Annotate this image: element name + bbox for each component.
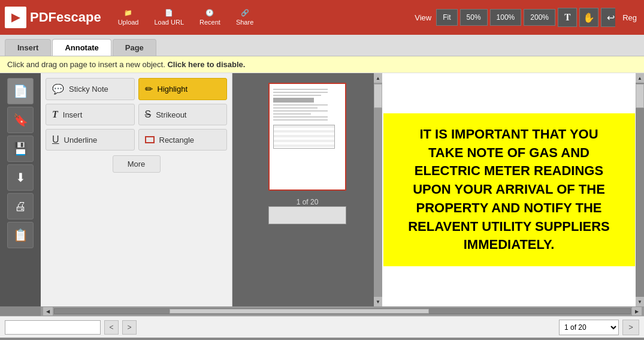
page-panel-scroll[interactable]: 1 of 20: [232, 78, 382, 306]
text-cursor-icon: 𝐓: [564, 12, 571, 23]
share-icon: 🔗: [241, 9, 249, 17]
recent-icon: 🕐: [205, 9, 214, 17]
bookmark-icon: 🔖: [13, 113, 28, 127]
share-label: Share: [236, 19, 253, 26]
sidebar-document-btn[interactable]: 📄: [7, 78, 34, 104]
rectangle-label: Rectangle: [159, 136, 195, 145]
sidebar-save-btn[interactable]: 💾: [7, 136, 34, 162]
tab-insert[interactable]: Insert: [5, 39, 51, 56]
notification-link[interactable]: Click here to disable.: [167, 60, 245, 69]
tab-page[interactable]: Page: [113, 39, 156, 56]
highlighted-text: IT IS IMPORTANT THAT YOU TAKE NOTE OF GA…: [383, 113, 635, 267]
rectangle-icon: [145, 136, 155, 143]
underline-btn[interactable]: U Underline: [46, 129, 135, 151]
scroll-left-arrow[interactable]: ◀: [43, 307, 53, 315]
page-select[interactable]: 1 of 20 2 of 20 3 of 20: [559, 320, 619, 335]
logo-text: PDFescape: [30, 10, 101, 25]
print-icon: 🖨: [14, 200, 26, 213]
footer: < > 1 of 20 2 of 20 3 of 20 >: [0, 316, 644, 338]
content-area-wrapper: IT IS IMPORTANT THAT YOU TAKE NOTE OF GA…: [382, 73, 644, 306]
strikeout-label: Strikeout: [156, 110, 186, 119]
tools-grid: 💬 Sticky Note ✏ Highlight T Insert S Str…: [46, 78, 227, 151]
zoom-50-btn[interactable]: 50%: [460, 9, 488, 26]
content-area: IT IS IMPORTANT THAT YOU TAKE NOTE OF GA…: [382, 73, 636, 306]
document-icon: 📄: [13, 84, 28, 98]
load-url-label: Load URL: [154, 19, 184, 26]
sidebar-bookmark-btn[interactable]: 🔖: [7, 107, 34, 133]
hand-icon: ✋: [583, 12, 595, 23]
page-thumbnail-2[interactable]: [268, 206, 346, 224]
scroll-thumb-horizontal[interactable]: [170, 309, 428, 314]
insert-label: Insert: [63, 110, 83, 119]
pdf-view: IT IS IMPORTANT THAT YOU TAKE NOTE OF GA…: [382, 73, 636, 306]
load-url-icon: 📄: [165, 9, 173, 17]
sticky-note-label: Sticky Note: [69, 85, 108, 94]
highlight-label: Highlight: [158, 85, 188, 94]
underline-label: Underline: [64, 136, 98, 145]
page-panel: 1 of 20 ▲ ▼: [232, 73, 382, 306]
sidebar-pages-btn[interactable]: 📋: [7, 222, 34, 248]
save-icon: 💾: [13, 142, 28, 156]
download-icon: ⬇: [16, 170, 26, 185]
search-input[interactable]: [5, 320, 101, 335]
pages-icon: 📋: [13, 228, 28, 242]
recent-label: Recent: [199, 19, 220, 26]
load-url-tool[interactable]: 📄 Load URL: [149, 7, 189, 28]
page-number-label: 1 of 20: [297, 198, 319, 206]
zoom-fit-btn[interactable]: Fit: [436, 9, 457, 26]
page-selector-wrap: 1 of 20 2 of 20 3 of 20 >: [559, 320, 639, 335]
upload-label: Upload: [118, 19, 139, 26]
zoom-100-btn[interactable]: 100%: [490, 9, 522, 26]
hand-tool-btn[interactable]: ✋: [579, 8, 598, 27]
logo-icon: ▶: [5, 7, 26, 28]
text-tool-btn[interactable]: 𝐓: [558, 8, 577, 27]
scroll-track-horizontal[interactable]: [54, 308, 631, 314]
horizontal-scrollbar: ◀ ▶: [41, 306, 644, 316]
notification-bar: Click and drag on page to insert a new o…: [0, 56, 644, 73]
recent-tool[interactable]: 🕐 Recent: [195, 7, 225, 28]
logo: ▶ PDFescape: [5, 7, 101, 28]
insert-text-icon: T: [52, 109, 58, 120]
view-label: View: [415, 13, 431, 22]
rectangle-btn[interactable]: Rectangle: [138, 129, 228, 151]
insert-btn[interactable]: T Insert: [46, 104, 135, 125]
strikeout-icon: S: [145, 109, 152, 120]
scroll-down-arrow[interactable]: ▼: [374, 297, 382, 306]
page-thumbnail[interactable]: [268, 83, 346, 191]
main-scroll-track: [636, 83, 644, 297]
highlight-btn[interactable]: ✏ Highlight: [138, 78, 228, 100]
register-btn[interactable]: Reg: [615, 0, 644, 35]
highlight-icon: ✏: [145, 83, 153, 95]
upload-icon: 📁: [124, 9, 132, 17]
main-scroll-down[interactable]: ▼: [636, 297, 644, 306]
strikeout-btn[interactable]: S Strikeout: [138, 104, 228, 125]
scroll-thumb-vertical[interactable]: [374, 84, 382, 108]
zoom-200-btn[interactable]: 200%: [524, 9, 555, 26]
search-prev-btn[interactable]: <: [104, 320, 119, 335]
main-scroll-up[interactable]: ▲: [636, 73, 644, 83]
main-scroll-thumb[interactable]: [636, 84, 644, 108]
scroll-up-arrow[interactable]: ▲: [374, 73, 382, 83]
left-sidebar: 📄 🔖 💾 ⬇ 🖨 📋: [0, 73, 41, 306]
sticky-note-icon: 💬: [52, 83, 64, 95]
upload-tool[interactable]: 📁 Upload: [113, 7, 144, 28]
sidebar-download-btn[interactable]: ⬇: [7, 164, 34, 191]
underline-icon: U: [52, 134, 59, 145]
sticky-note-btn[interactable]: 💬 Sticky Note: [46, 78, 135, 100]
vertical-scrollbar[interactable]: ▲ ▼: [374, 73, 382, 306]
more-btn[interactable]: More: [113, 155, 161, 173]
share-tool[interactable]: 🔗 Share: [231, 7, 258, 28]
scroll-right-arrow[interactable]: ▶: [632, 307, 642, 315]
page-next-btn[interactable]: >: [622, 320, 639, 335]
notification-text: Click and drag on page to insert a new o…: [7, 60, 165, 69]
tab-annotate[interactable]: Annotate: [52, 39, 111, 56]
nav-tabs: Insert Annotate Page: [0, 35, 644, 56]
undo-icon: ↩: [607, 12, 615, 23]
tools-panel: 💬 Sticky Note ✏ Highlight T Insert S Str…: [41, 73, 232, 306]
main-vertical-scrollbar[interactable]: ▲ ▼: [636, 73, 644, 306]
search-next-btn[interactable]: >: [122, 320, 137, 335]
sidebar-print-btn[interactable]: 🖨: [7, 193, 34, 219]
